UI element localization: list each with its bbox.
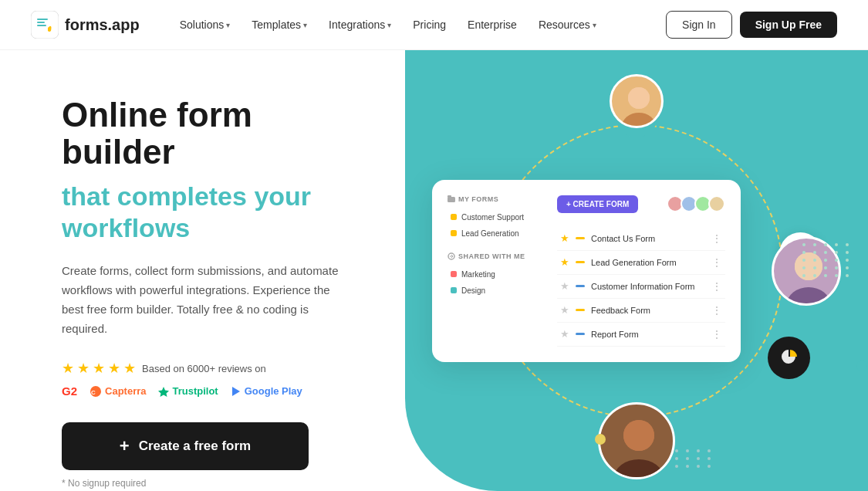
form-row: ★ Contact Us Form ⋮ (557, 227, 725, 251)
chevron-down-icon: ▾ (303, 21, 307, 29)
nav-templates[interactable]: Templates ▾ (242, 12, 316, 37)
g2-logo: G2 (62, 384, 77, 398)
color-bar (576, 261, 585, 263)
star-1: ★ (62, 360, 74, 377)
yellow-dot-bottom (595, 434, 606, 445)
form-row-left: ★ Lead Generation Form (560, 256, 677, 268)
svg-rect-1 (37, 19, 48, 20)
form-row: ★ Report Form ⋮ (557, 323, 725, 347)
signup-button[interactable]: Sign Up Free (740, 12, 837, 38)
form-row-left: ★ Customer Information Form (560, 280, 694, 292)
star-5: ★ (123, 360, 136, 377)
hero-headline: Online form builder (62, 97, 370, 171)
dots-pattern-bottom (675, 449, 714, 468)
shared-with-me-title: SHARED WITH ME (448, 252, 548, 260)
star-icon: ★ (560, 232, 569, 244)
chart-icon (780, 348, 799, 367)
more-options-icon[interactable]: ⋮ (711, 232, 722, 245)
my-forms-title: MY FORMS (448, 195, 548, 203)
card-sidebar-col: MY FORMS Customer Support Lead Generatio… (448, 195, 548, 347)
color-bar (576, 285, 585, 287)
no-signup-text: * No signup required (62, 478, 370, 489)
card-main-col: + CREATE FORM ★ Contact (557, 195, 725, 347)
more-options-icon[interactable]: ⋮ (711, 280, 722, 293)
header: forms.app Solutions ▾ Templates ▾ Integr… (0, 0, 868, 50)
logo-icon (31, 11, 59, 39)
hero-description: Create forms, collect form submissions, … (62, 262, 355, 338)
star-3: ★ (93, 360, 105, 377)
cta-label: Create a free form (139, 439, 252, 454)
svg-text:C: C (91, 389, 96, 396)
svg-rect-2 (37, 22, 45, 23)
form-row: ★ Customer Information Form ⋮ (557, 275, 725, 299)
google-play-logo: Google Play (231, 385, 302, 397)
color-bar (576, 309, 585, 311)
trustpilot-icon (158, 386, 169, 397)
form-row-left: ★ Report Form (560, 328, 639, 340)
chevron-down-icon: ▾ (593, 21, 596, 29)
logo-text: forms.app (65, 16, 140, 34)
plus-icon: + (120, 436, 130, 456)
header-actions: Sign In Sign Up Free (666, 11, 837, 39)
create-form-button[interactable]: + Create a free form (62, 422, 309, 470)
star-icon: ★ (560, 304, 569, 316)
sidebar-marketing[interactable]: Marketing (448, 266, 548, 283)
trustpilot-logo: Trustpilot (158, 385, 218, 397)
hero-section: Online form builder that completes your … (0, 50, 401, 491)
more-options-icon[interactable]: ⋮ (711, 328, 722, 340)
color-bar (576, 333, 585, 335)
signin-button[interactable]: Sign In (666, 11, 732, 39)
logo[interactable]: forms.app (31, 11, 140, 39)
hero-illustration: MY FORMS Customer Support Lead Generatio… (401, 50, 868, 491)
more-options-icon[interactable]: ⋮ (711, 304, 722, 317)
form-row-left: ★ Contact Us Form (560, 232, 655, 244)
sidebar-design[interactable]: Design (448, 283, 548, 299)
svg-rect-3 (37, 25, 46, 26)
chevron-down-icon: ▾ (226, 21, 230, 29)
hero-subheadline: that completes your workflows (62, 181, 370, 244)
dots-pattern-left (802, 243, 852, 277)
more-options-icon[interactable]: ⋮ (711, 256, 722, 269)
dot-icon (451, 271, 457, 277)
chart-icon-circle (768, 337, 810, 379)
svg-rect-8 (448, 197, 455, 202)
teal-dot-mid (856, 361, 867, 371)
person-face-top (612, 76, 664, 128)
svg-marker-7 (232, 387, 240, 396)
nav-integrations[interactable]: Integrations ▾ (319, 12, 400, 37)
color-bar (576, 237, 585, 239)
nav-pricing[interactable]: Pricing (404, 12, 455, 37)
share-icon (448, 252, 455, 260)
form-row: ★ Lead Generation Form ⋮ (557, 251, 725, 275)
create-form-card-button[interactable]: + CREATE FORM (557, 195, 638, 213)
nav-solutions[interactable]: Solutions ▾ (171, 12, 240, 37)
star-4: ★ (108, 360, 120, 377)
nav-enterprise[interactable]: Enterprise (458, 12, 526, 37)
star-2: ★ (77, 360, 90, 377)
svg-marker-6 (158, 387, 169, 397)
main-content: Online form builder that completes your … (0, 50, 868, 491)
dot-icon (451, 230, 457, 236)
person-avatar-top (610, 74, 664, 128)
card-content: MY FORMS Customer Support Lead Generatio… (448, 195, 725, 347)
dot-icon (451, 214, 457, 220)
google-play-icon (231, 386, 241, 397)
nav-resources[interactable]: Resources ▾ (529, 12, 606, 37)
review-logos: G2 C Capterra Trustpilot Google Play (62, 384, 370, 398)
main-nav: Solutions ▾ Templates ▾ Integrations ▾ P… (171, 12, 666, 37)
person-face-bottom (600, 405, 675, 479)
star-icon: ★ (560, 256, 569, 268)
form-preview-card: MY FORMS Customer Support Lead Generatio… (432, 180, 741, 362)
avatar-4 (708, 195, 725, 212)
form-row-left: ★ Feedback Form (560, 304, 650, 316)
star-icon: ★ (560, 280, 569, 292)
form-row: ★ Feedback Form ⋮ (557, 299, 725, 323)
sidebar-customer-support[interactable]: Customer Support (448, 209, 548, 225)
capterra-icon: C (90, 385, 102, 398)
svg-point-18 (628, 87, 650, 109)
dot-icon (451, 287, 457, 293)
sidebar-lead-generation[interactable]: Lead Generation (448, 225, 548, 242)
svg-point-23 (614, 459, 664, 479)
avatar-row (670, 195, 725, 212)
review-text: Based on 6000+ reviews on (142, 363, 266, 374)
